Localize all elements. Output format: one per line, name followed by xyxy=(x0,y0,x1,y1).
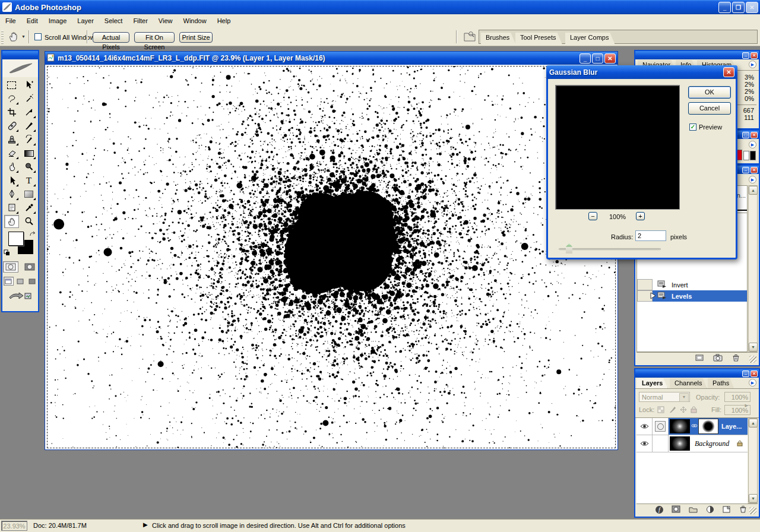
tool-shape[interactable] xyxy=(21,188,36,201)
actual-pixels-button[interactable]: Actual Pixels xyxy=(93,32,129,43)
standard-screen-mode-button[interactable] xyxy=(4,277,14,286)
tool-zoom[interactable] xyxy=(21,215,36,228)
ok-button[interactable]: OK xyxy=(688,86,731,99)
palette-flyout-icon[interactable]: ▶ xyxy=(749,141,756,148)
status-menu-arrow-icon[interactable]: ▶ xyxy=(143,521,148,528)
new-group-button[interactable] xyxy=(689,506,698,514)
tool-history-brush[interactable] xyxy=(21,133,36,146)
palette-close-button[interactable]: ✕ xyxy=(750,370,758,377)
doc-close-button[interactable]: ✕ xyxy=(604,53,616,64)
palette-minimize-button[interactable]: – xyxy=(742,167,749,173)
fill-field[interactable]: 100% ▶ xyxy=(724,405,750,415)
menu-image[interactable]: Image xyxy=(43,15,72,26)
tool-eraser[interactable] xyxy=(4,147,19,160)
standard-mode-button[interactable] xyxy=(3,261,18,273)
fullscreen-menu-mode-button[interactable] xyxy=(15,277,26,286)
history-item-levels[interactable]: Levels xyxy=(637,290,747,302)
visibility-cell[interactable] xyxy=(636,418,653,435)
edit-in-imageready-button[interactable] xyxy=(6,290,34,302)
history-scrollbar[interactable]: ▲ ▼ xyxy=(748,185,758,352)
menu-window[interactable]: Window xyxy=(178,15,212,26)
tool-healing-brush[interactable] xyxy=(4,119,19,132)
document-size-indicator[interactable]: Doc: 20.4M/81.7M xyxy=(33,522,87,529)
close-button[interactable]: ✕ xyxy=(746,2,758,13)
tool-eyedropper[interactable] xyxy=(21,201,36,214)
dialog-titlebar[interactable]: Gaussian Blur ✕ xyxy=(546,65,737,79)
fit-on-screen-button[interactable]: Fit On Screen xyxy=(134,32,175,43)
palette-minimize-button[interactable]: – xyxy=(742,52,749,59)
print-size-button[interactable]: Print Size xyxy=(179,32,213,43)
menu-view[interactable]: View xyxy=(153,15,178,26)
options-bar-grip[interactable] xyxy=(1,31,4,44)
palette-flyout-icon[interactable]: ▶ xyxy=(749,61,756,68)
palette-close-button[interactable]: ✕ xyxy=(750,132,758,138)
layer-name[interactable]: Laye... xyxy=(721,423,742,430)
zoom-out-button[interactable]: − xyxy=(588,212,597,220)
delete-state-button[interactable] xyxy=(732,354,740,363)
fullscreen-mode-button[interactable] xyxy=(27,277,37,286)
new-adjustment-layer-button[interactable] xyxy=(706,505,714,515)
tool-rect-marquee[interactable] xyxy=(4,78,19,91)
blur-preview-area[interactable] xyxy=(555,85,680,210)
minimize-button[interactable]: _ xyxy=(718,2,731,13)
visibility-cell[interactable] xyxy=(636,435,653,452)
zoom-in-button[interactable]: + xyxy=(636,212,645,220)
mask-link-icon[interactable] xyxy=(691,423,698,430)
new-layer-button[interactable] xyxy=(723,505,731,514)
menu-select[interactable]: Select xyxy=(99,15,128,26)
add-layer-mask-button[interactable] xyxy=(672,505,680,514)
menu-file[interactable]: File xyxy=(0,15,21,26)
layer-thumbnail[interactable] xyxy=(670,436,690,451)
tool-path-select[interactable] xyxy=(4,174,19,187)
restore-button[interactable]: ❐ xyxy=(732,2,745,13)
tool-hand[interactable] xyxy=(4,215,19,228)
lock-transparency-icon[interactable] xyxy=(656,405,666,414)
background-content[interactable]: Background xyxy=(669,435,748,452)
tool-slice[interactable] xyxy=(21,106,36,119)
mask-link-cell[interactable] xyxy=(653,435,669,452)
palette-flyout-icon[interactable]: ▶ xyxy=(749,379,756,387)
tool-gradient[interactable] xyxy=(21,147,36,160)
new-document-from-state-button[interactable] xyxy=(695,354,704,363)
foreground-color-swatch[interactable] xyxy=(8,232,24,246)
tool-smudge[interactable] xyxy=(4,160,19,173)
layer-row-layer1[interactable]: Laye... xyxy=(636,418,748,435)
mask-link-cell[interactable] xyxy=(653,418,669,435)
file-browser-icon[interactable] xyxy=(463,30,477,45)
menu-help[interactable]: Help xyxy=(212,15,236,26)
palette-minimize-button[interactable]: – xyxy=(742,370,749,377)
tool-notes[interactable] xyxy=(4,201,19,214)
cancel-button[interactable]: Cancel xyxy=(688,102,731,115)
toolbox-titlebar[interactable] xyxy=(2,51,38,59)
history-item-invert[interactable]: Invert xyxy=(637,279,747,290)
tab-layers[interactable]: Layers xyxy=(637,378,667,388)
tool-lasso[interactable] xyxy=(4,92,19,105)
zoom-percentage-field[interactable]: 23.93% xyxy=(1,521,27,531)
history-brush-source-cell[interactable] xyxy=(637,279,653,290)
tool-brush[interactable] xyxy=(21,119,36,132)
quick-mask-mode-button[interactable] xyxy=(22,261,37,273)
palette-well-tab-layer-comps[interactable]: Layer Comps xyxy=(565,33,615,44)
preview-checkbox[interactable]: ✓ xyxy=(689,124,696,131)
tool-magic-wand[interactable] xyxy=(21,92,36,105)
palette-maximize-button[interactable]: □ xyxy=(742,132,749,138)
tool-move[interactable] xyxy=(21,78,36,91)
dropdown-arrow-icon[interactable]: ▼ xyxy=(679,393,689,402)
palette-close-button[interactable]: ✕ xyxy=(750,52,758,59)
opacity-field[interactable]: 100% ▶ xyxy=(724,392,750,402)
tool-pen[interactable] xyxy=(4,188,19,201)
doc-minimize-button[interactable]: _ xyxy=(580,53,591,64)
layer-row-background[interactable]: Background xyxy=(636,435,748,452)
tab-paths[interactable]: Paths xyxy=(708,378,734,388)
tool-crop[interactable] xyxy=(4,106,19,119)
layer-style-button[interactable]: f xyxy=(656,506,663,514)
menu-layer[interactable]: Layer xyxy=(72,15,99,26)
lock-pixels-icon[interactable] xyxy=(667,405,677,414)
tab-channels[interactable]: Channels xyxy=(670,378,707,388)
menu-edit[interactable]: Edit xyxy=(21,15,43,26)
tool-preset-dropdown-arrow[interactable]: ▼ xyxy=(21,34,26,39)
lock-all-icon[interactable] xyxy=(689,405,699,414)
layer-mask-thumbnail[interactable] xyxy=(699,419,718,433)
radius-slider-thumb[interactable] xyxy=(566,243,572,254)
tool-dodge[interactable] xyxy=(21,160,36,173)
